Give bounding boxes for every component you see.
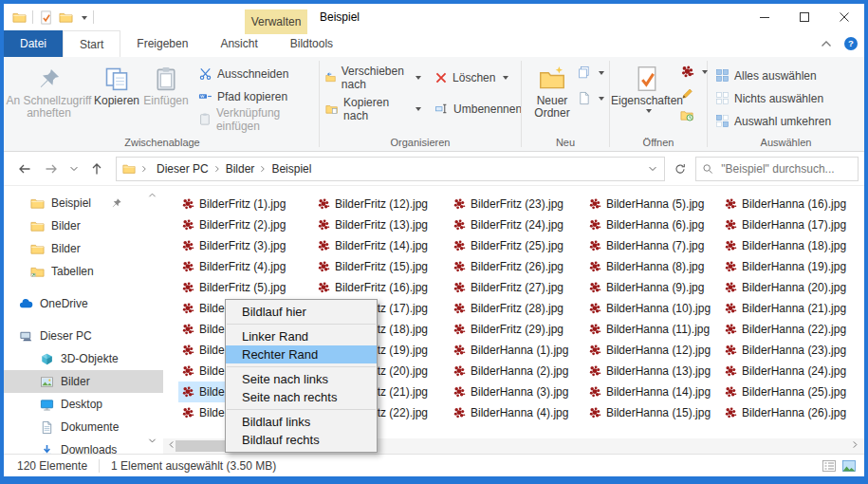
copy-button[interactable]: Kopieren <box>92 60 141 107</box>
file-item[interactable]: BilderHanna (25).jpg <box>721 382 857 402</box>
file-item[interactable]: BilderFritz (12).jpg <box>314 194 450 214</box>
sidebar-item-desktop[interactable]: Desktop <box>4 393 163 416</box>
select-none-button[interactable]: Nichts auswählen <box>715 90 831 106</box>
refresh-icon[interactable] <box>669 158 692 180</box>
properties-icon[interactable] <box>39 10 53 25</box>
file-item[interactable]: BilderHanna (19).jpg <box>721 256 857 277</box>
sidebar-scroll-up-icon[interactable] <box>147 190 157 200</box>
edit-button[interactable] <box>680 85 708 102</box>
minimize-button[interactable] <box>745 4 785 30</box>
sidebar-item-onedrive[interactable]: OneDrive <box>4 292 163 315</box>
breadcrumb[interactable]: Dieser PCBilderBeispiel <box>116 157 665 181</box>
easy-access-button[interactable] <box>577 90 604 106</box>
file-item[interactable]: BilderHanna (10).jpg <box>585 298 721 319</box>
move-to-button[interactable]: Verschieben nach <box>325 69 421 85</box>
file-item[interactable]: BilderFritz (28).jpg <box>450 298 585 319</box>
menu-item-seite-nach-links[interactable]: Seite nach links <box>226 370 377 388</box>
help-icon[interactable]: ? <box>843 36 859 51</box>
menu-item-bildlauf-links[interactable]: Bildlauf links <box>226 413 377 431</box>
menu-item-bildlauf-hier[interactable]: Bildlauf hier <box>226 303 377 321</box>
file-item[interactable]: BilderFritz (26).jpg <box>450 256 585 277</box>
file-item[interactable]: BilderFritz (5).jpg <box>178 277 314 298</box>
folder-icon[interactable] <box>59 10 73 25</box>
qat-dropdown-icon[interactable] <box>82 16 87 23</box>
collapse-ribbon-icon[interactable] <box>819 36 834 51</box>
search-box[interactable] <box>695 157 859 181</box>
sidebar-item-tabellen[interactable]: Tabellen <box>4 260 163 283</box>
sidebar-item-bilder[interactable]: Bilder <box>4 370 163 393</box>
back-button[interactable] <box>13 158 36 180</box>
history-button[interactable] <box>680 107 708 123</box>
menu-item-bildlauf-rechts[interactable]: Bildlauf rechts <box>226 431 377 449</box>
file-item[interactable]: BilderHanna (20).jpg <box>721 277 857 298</box>
paste-button[interactable]: Einfügen <box>141 60 191 107</box>
breadcrumb-segment[interactable]: Bilder <box>222 162 259 176</box>
tab-bildtools[interactable]: Bildtools <box>274 30 349 57</box>
address-dropdown-icon[interactable] <box>647 163 658 175</box>
new-folder-button[interactable]: Neuer Ordner <box>527 60 577 120</box>
file-item[interactable]: BilderFritz (16).jpg <box>314 277 450 298</box>
recent-locations-icon[interactable] <box>66 158 82 180</box>
breadcrumb-segment[interactable]: Beispiel <box>268 162 315 176</box>
file-item[interactable]: BilderFritz (23).jpg <box>450 194 585 214</box>
paste-shortcut-button[interactable]: Verknüpfung einfügen <box>198 111 319 127</box>
file-item[interactable]: BilderHanna (17).jpg <box>721 214 857 235</box>
file-item[interactable]: BilderHanna (9).jpg <box>585 277 721 298</box>
sidebar-item-3d-objekte[interactable]: 3D-Objekte <box>4 347 163 370</box>
file-item[interactable]: BilderHanna (23).jpg <box>721 340 857 361</box>
file-item[interactable]: BilderHanna (7).jpg <box>585 235 721 256</box>
invert-selection-button[interactable]: Auswahl umkehren <box>715 113 831 129</box>
menu-item-rechter-rand[interactable]: Rechter Rand <box>226 345 377 363</box>
file-item[interactable]: BilderHanna (2).jpg <box>450 361 585 382</box>
file-item[interactable]: BilderHanna (12).jpg <box>585 340 721 361</box>
file-item[interactable]: BilderHanna (6).jpg <box>585 214 721 235</box>
copy-to-button[interactable]: Kopieren nach <box>325 101 421 117</box>
close-button[interactable] <box>824 4 864 30</box>
file-item[interactable]: BilderFritz (27).jpg <box>450 277 585 298</box>
sidebar-item-dieser-pc[interactable]: Dieser PC <box>4 325 163 347</box>
copy-path-button[interactable]: Pfad kopieren <box>198 88 319 104</box>
file-item[interactable]: BilderHanna (26).jpg <box>721 402 857 423</box>
folder-icon[interactable] <box>12 10 27 25</box>
file-item[interactable]: BilderHanna (4).jpg <box>450 402 585 423</box>
file-item[interactable]: BilderHanna (15).jpg <box>585 402 721 423</box>
file-item[interactable]: BilderFritz (14).jpg <box>314 235 450 256</box>
properties-button[interactable]: Eigenschaften <box>614 60 680 114</box>
sidebar-item-dokumente[interactable]: Dokumente <box>4 416 163 438</box>
tab-start[interactable]: Start <box>63 30 120 57</box>
sidebar-item-bilder[interactable]: Bilder <box>4 214 163 237</box>
maximize-button[interactable] <box>785 4 824 30</box>
file-item[interactable]: BilderFritz (4).jpg <box>178 256 314 277</box>
tab-ansicht[interactable]: Ansicht <box>204 30 273 57</box>
file-item[interactable]: BilderFritz (15).jpg <box>314 256 450 277</box>
file-item[interactable]: BilderFritz (25).jpg <box>450 235 585 256</box>
file-item[interactable]: BilderHanna (13).jpg <box>585 361 721 382</box>
details-view-icon[interactable] <box>822 458 837 474</box>
forward-button[interactable] <box>40 158 63 180</box>
file-item[interactable]: BilderHanna (24).jpg <box>721 361 857 382</box>
file-item[interactable]: BilderFritz (2).jpg <box>178 214 314 235</box>
file-item[interactable]: BilderFritz (24).jpg <box>450 214 585 235</box>
file-item[interactable]: BilderHanna (3).jpg <box>450 382 585 402</box>
pin-to-quickaccess-button[interactable]: An Schnellzugriff anheften <box>6 60 92 120</box>
new-item-button[interactable] <box>577 65 604 81</box>
tab-freigeben[interactable]: Freigeben <box>120 30 204 57</box>
delete-button[interactable]: Löschen <box>434 69 522 85</box>
sidebar-scroll-down-icon[interactable] <box>147 436 157 446</box>
search-input[interactable] <box>719 161 852 177</box>
thumbnail-view-icon[interactable] <box>841 458 857 474</box>
up-button[interactable] <box>85 158 108 180</box>
menu-item-linker-rand[interactable]: Linker Rand <box>226 327 377 345</box>
file-item[interactable]: BilderHanna (22).jpg <box>721 319 857 340</box>
file-item[interactable]: BilderHanna (16).jpg <box>721 194 857 214</box>
file-item[interactable]: BilderHanna (5).jpg <box>585 194 721 214</box>
select-all-button[interactable]: Alles auswählen <box>715 67 831 84</box>
file-item[interactable]: BilderFritz (13).jpg <box>314 214 450 235</box>
sidebar-item-bilder[interactable]: Bilder <box>4 237 163 260</box>
file-item[interactable]: BilderHanna (21).jpg <box>721 298 857 319</box>
file-item[interactable]: BilderHanna (11).jpg <box>585 319 721 340</box>
file-item[interactable]: BilderHanna (8).jpg <box>585 256 721 277</box>
file-item[interactable]: BilderFritz (29).jpg <box>450 319 585 340</box>
sidebar-item-beispiel[interactable]: Beispiel <box>4 192 163 214</box>
file-item[interactable]: BilderHanna (14).jpg <box>585 382 721 402</box>
